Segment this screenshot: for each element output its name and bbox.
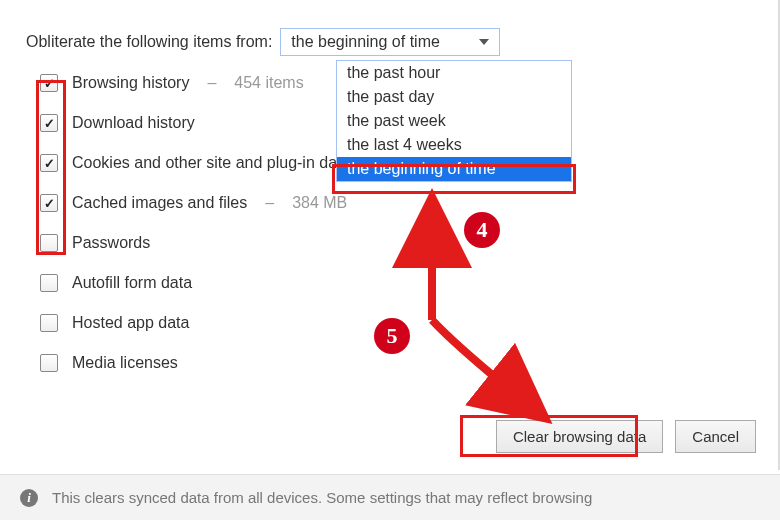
checkbox-hosted-app[interactable] — [40, 314, 58, 332]
checkbox-cookies[interactable] — [40, 154, 58, 172]
checkbox-browsing-history[interactable] — [40, 74, 58, 92]
timerange-option[interactable]: the past day — [337, 85, 571, 109]
item-label: Download history — [72, 114, 195, 132]
checkbox-cached-images[interactable] — [40, 194, 58, 212]
dash: – — [265, 194, 274, 212]
checkbox-download-history[interactable] — [40, 114, 58, 132]
item-label: Hosted app data — [72, 314, 189, 332]
item-meta: 384 MB — [292, 194, 347, 212]
chevron-down-icon — [479, 39, 489, 45]
timerange-option-selected[interactable]: the beginning of time — [337, 157, 571, 181]
list-item: Passwords — [40, 234, 754, 252]
item-meta: 454 items — [234, 74, 303, 92]
timerange-option[interactable]: the last 4 weeks — [337, 133, 571, 157]
item-label: Passwords — [72, 234, 150, 252]
list-item: Autofill form data — [40, 274, 754, 292]
checkbox-autofill[interactable] — [40, 274, 58, 292]
dash: – — [207, 74, 216, 92]
timerange-option[interactable]: the past hour — [337, 61, 571, 85]
list-item: Media licenses — [40, 354, 754, 372]
footer-bar: i This clears synced data from all devic… — [0, 474, 780, 520]
clear-browsing-data-button[interactable]: Clear browsing data — [496, 420, 663, 453]
info-icon: i — [20, 489, 38, 507]
cancel-button[interactable]: Cancel — [675, 420, 756, 453]
timerange-option[interactable]: the past week — [337, 109, 571, 133]
footer-text: This clears synced data from all devices… — [52, 489, 592, 506]
item-label: Cookies and other site and plug-in data — [72, 154, 350, 172]
timerange-select[interactable]: the beginning of time — [280, 28, 500, 56]
list-item: Cached images and files – 384 MB — [40, 194, 754, 212]
timerange-dropdown[interactable]: the past hour the past day the past week… — [336, 60, 572, 182]
item-label: Cached images and files — [72, 194, 247, 212]
checkbox-passwords[interactable] — [40, 234, 58, 252]
item-label: Browsing history — [72, 74, 189, 92]
timerange-selected-value: the beginning of time — [291, 33, 440, 51]
item-label: Media licenses — [72, 354, 178, 372]
list-item: Hosted app data — [40, 314, 754, 332]
prompt-label: Obliterate the following items from: — [26, 33, 272, 51]
item-label: Autofill form data — [72, 274, 192, 292]
checkbox-media-licenses[interactable] — [40, 354, 58, 372]
